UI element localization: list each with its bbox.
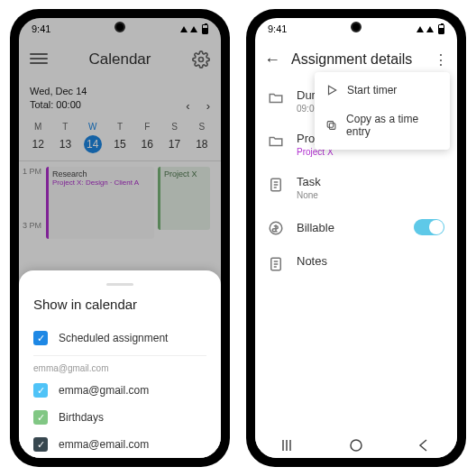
filter-row[interactable]: ✓ emma@email.com: [33, 431, 206, 458]
nav-home[interactable]: [348, 437, 364, 453]
folder-icon: [268, 133, 284, 150]
menu-start-timer[interactable]: Start timer: [315, 76, 450, 105]
filter-label: emma@email.com: [59, 438, 149, 451]
more-icon[interactable]: ⋮: [434, 51, 448, 69]
status-icons: [416, 24, 444, 34]
menu-label: Copy as a time entry: [346, 113, 439, 138]
task-icon: [268, 177, 284, 193]
nav-recents[interactable]: [280, 437, 297, 453]
detail-row-task[interactable]: Task None: [255, 166, 457, 209]
folder-icon: [268, 90, 284, 106]
detail-row-notes[interactable]: Notes: [255, 245, 457, 281]
overflow-menu: Start timer Copy as a time entry: [315, 72, 450, 150]
menu-copy-entry[interactable]: Copy as a time entry: [315, 105, 450, 146]
svg-rect-6: [327, 122, 334, 128]
detail-value: None: [297, 190, 321, 200]
detail-label: Billable: [297, 221, 334, 234]
account-label: emma@gmail.com: [33, 360, 206, 377]
detail-row-billable[interactable]: Billable: [255, 209, 457, 245]
filter-row[interactable]: ✓ emma@gmail.com: [33, 377, 206, 404]
detail-label: Task: [297, 175, 321, 188]
sheet-handle[interactable]: [106, 283, 133, 286]
bottom-sheet: Show in calendar ✓ Scheduled assignment …: [19, 270, 221, 458]
checkbox-icon[interactable]: ✓: [33, 410, 48, 425]
filter-label: emma@gmail.com: [59, 384, 149, 397]
filter-row[interactable]: ✓ Scheduled assignment: [33, 325, 206, 352]
svg-rect-5: [329, 124, 335, 130]
play-icon: [325, 84, 338, 96]
svg-point-7: [351, 440, 362, 451]
nav-back[interactable]: [416, 437, 432, 453]
filter-row[interactable]: ✓ Birthdays: [33, 404, 206, 431]
sheet-title: Show in calendar: [33, 297, 206, 312]
notes-icon: [268, 256, 284, 272]
billable-icon: [268, 220, 284, 236]
checkbox-icon[interactable]: ✓: [33, 437, 48, 452]
billable-toggle[interactable]: [414, 219, 444, 235]
back-arrow-icon[interactable]: ←: [264, 50, 280, 69]
screen-title: Assignment details: [291, 51, 423, 68]
checkbox-icon[interactable]: ✓: [33, 331, 48, 345]
filter-label: Scheduled assignment: [59, 332, 168, 344]
checkbox-icon[interactable]: ✓: [33, 383, 48, 398]
status-time: 9:41: [268, 23, 287, 34]
filter-label: Birthdays: [59, 411, 104, 424]
detail-label: Notes: [297, 254, 327, 268]
menu-label: Start timer: [347, 84, 397, 96]
copy-icon: [325, 119, 337, 132]
